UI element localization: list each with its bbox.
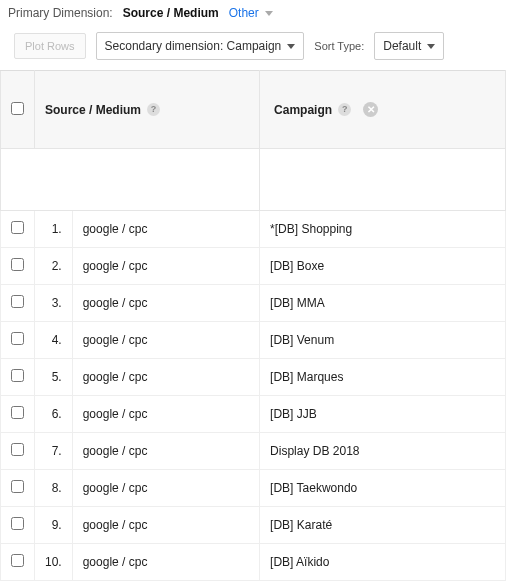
row-source-medium[interactable]: google / cpc [72, 396, 259, 433]
row-checkbox[interactable] [11, 221, 24, 234]
row-source-medium[interactable]: google / cpc [72, 544, 259, 581]
campaign-header-label: Campaign [274, 103, 332, 117]
row-campaign[interactable]: [DB] Boxe [260, 248, 506, 285]
help-icon[interactable]: ? [338, 103, 351, 116]
table-row: 10.google / cpc[DB] Aïkido [1, 544, 506, 581]
table-row: 8.google / cpc[DB] Taekwondo [1, 470, 506, 507]
row-checkbox-cell[interactable] [1, 211, 35, 248]
row-checkbox-cell[interactable] [1, 322, 35, 359]
controls-bar: Plot Rows Secondary dimension: Campaign … [0, 28, 506, 70]
chevron-down-icon [427, 44, 435, 49]
row-source-medium[interactable]: google / cpc [72, 322, 259, 359]
table-row: 9.google / cpc[DB] Karaté [1, 507, 506, 544]
row-checkbox[interactable] [11, 295, 24, 308]
chevron-down-icon [265, 11, 273, 16]
row-number: 3. [35, 285, 73, 322]
row-checkbox[interactable] [11, 406, 24, 419]
row-campaign[interactable]: *[DB] Shopping [260, 211, 506, 248]
source-medium-header[interactable]: Source / Medium ? [35, 71, 260, 149]
sort-type-select[interactable]: Default [374, 32, 444, 60]
primary-dimension-bar: Primary Dimension: Source / Medium Other [0, 0, 506, 28]
row-number: 2. [35, 248, 73, 285]
table-row: 5.google / cpc[DB] Marques [1, 359, 506, 396]
row-source-medium[interactable]: google / cpc [72, 285, 259, 322]
table-row: 1.google / cpc*[DB] Shopping [1, 211, 506, 248]
row-checkbox[interactable] [11, 332, 24, 345]
row-campaign[interactable]: [DB] Marques [260, 359, 506, 396]
select-all-header[interactable] [1, 71, 35, 149]
chevron-down-icon [287, 44, 295, 49]
help-icon[interactable]: ? [147, 103, 160, 116]
row-number: 7. [35, 433, 73, 470]
row-number: 6. [35, 396, 73, 433]
secondary-dimension-select[interactable]: Secondary dimension: Campaign [96, 32, 305, 60]
sort-type-value: Default [383, 39, 421, 53]
source-medium-header-label: Source / Medium [45, 103, 141, 117]
row-checkbox-cell[interactable] [1, 544, 35, 581]
row-number: 10. [35, 544, 73, 581]
row-checkbox[interactable] [11, 443, 24, 456]
row-source-medium[interactable]: google / cpc [72, 433, 259, 470]
data-table: Source / Medium ? Campaign ? ✕ 1.google … [0, 70, 506, 581]
row-checkbox-cell[interactable] [1, 359, 35, 396]
primary-dimension-other[interactable]: Other [229, 6, 273, 20]
secondary-dimension-label: Secondary dimension: Campaign [105, 39, 282, 53]
row-checkbox-cell[interactable] [1, 248, 35, 285]
row-checkbox[interactable] [11, 554, 24, 567]
row-campaign[interactable]: [DB] Taekwondo [260, 470, 506, 507]
close-icon[interactable]: ✕ [363, 102, 378, 117]
table-row: 2.google / cpc[DB] Boxe [1, 248, 506, 285]
row-number: 1. [35, 211, 73, 248]
row-source-medium[interactable]: google / cpc [72, 507, 259, 544]
row-campaign[interactable]: [DB] Karaté [260, 507, 506, 544]
row-campaign[interactable]: [DB] Venum [260, 322, 506, 359]
row-checkbox[interactable] [11, 258, 24, 271]
primary-dimension-label: Primary Dimension: [8, 6, 113, 20]
row-campaign[interactable]: [DB] JJB [260, 396, 506, 433]
row-number: 8. [35, 470, 73, 507]
select-all-checkbox[interactable] [11, 102, 24, 115]
table-row: 4.google / cpc[DB] Venum [1, 322, 506, 359]
plot-rows-button: Plot Rows [14, 33, 86, 59]
other-link-label: Other [229, 6, 259, 20]
table-row: 6.google / cpc[DB] JJB [1, 396, 506, 433]
row-checkbox-cell[interactable] [1, 433, 35, 470]
row-source-medium[interactable]: google / cpc [72, 248, 259, 285]
row-number: 9. [35, 507, 73, 544]
row-source-medium[interactable]: google / cpc [72, 359, 259, 396]
campaign-header[interactable]: Campaign ? ✕ [260, 71, 506, 149]
row-source-medium[interactable]: google / cpc [72, 211, 259, 248]
row-checkbox-cell[interactable] [1, 507, 35, 544]
row-checkbox-cell[interactable] [1, 396, 35, 433]
table-row: 7.google / cpcDisplay DB 2018 [1, 433, 506, 470]
row-checkbox[interactable] [11, 517, 24, 530]
table-row: 3.google / cpc[DB] MMA [1, 285, 506, 322]
sort-type-label: Sort Type: [314, 40, 364, 52]
row-source-medium[interactable]: google / cpc [72, 470, 259, 507]
row-campaign[interactable]: [DB] MMA [260, 285, 506, 322]
row-checkbox-cell[interactable] [1, 285, 35, 322]
summary-row [1, 149, 506, 211]
row-checkbox-cell[interactable] [1, 470, 35, 507]
row-number: 4. [35, 322, 73, 359]
row-number: 5. [35, 359, 73, 396]
row-checkbox[interactable] [11, 480, 24, 493]
row-checkbox[interactable] [11, 369, 24, 382]
row-campaign[interactable]: Display DB 2018 [260, 433, 506, 470]
primary-dimension-value[interactable]: Source / Medium [123, 6, 219, 20]
row-campaign[interactable]: [DB] Aïkido [260, 544, 506, 581]
